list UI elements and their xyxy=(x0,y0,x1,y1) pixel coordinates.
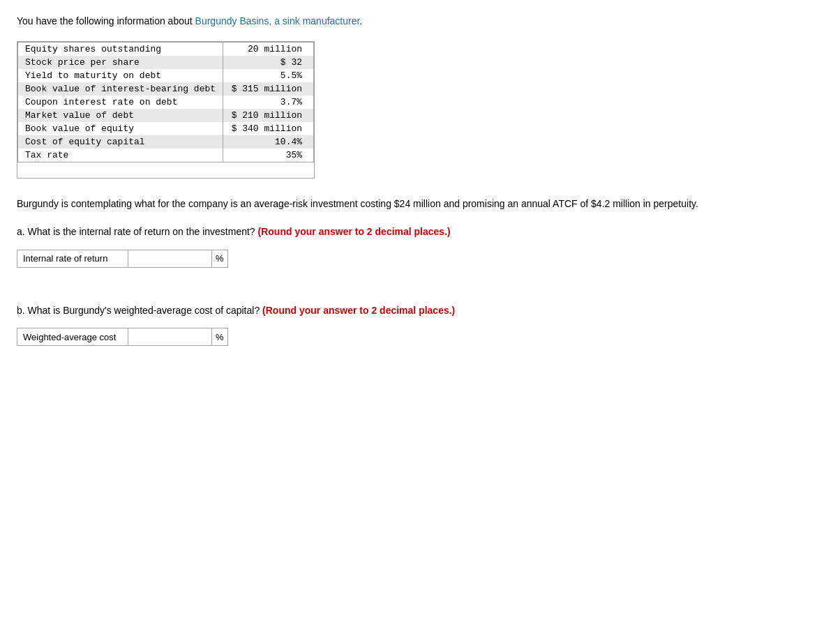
table-row: Book value of equity$ 340 million xyxy=(18,122,314,135)
question-b-highlight: (Round your answer to 2 decimal places.) xyxy=(260,305,455,316)
table-row: Book value of interest-bearing debt$ 315… xyxy=(18,82,314,96)
table-cell-label: Yield to maturity on debt xyxy=(18,69,223,82)
table-cell-value: $ 340 million xyxy=(223,122,314,135)
table-cell-label: Book value of interest-bearing debt xyxy=(18,82,223,96)
intro-text-after: . xyxy=(359,15,362,26)
table-row: Equity shares outstanding20 million xyxy=(18,43,314,56)
table-cell-label: Coupon interest rate on debt xyxy=(18,96,223,109)
question-a-plain: a. What is the internal rate of return o… xyxy=(17,226,255,237)
table-cell-label: Market value of debt xyxy=(18,109,223,122)
question-b-block: b. What is Burgundy's weighted-average c… xyxy=(17,303,823,346)
table-cell-value: 10.4% xyxy=(223,135,314,149)
weighted-average-cost-input[interactable] xyxy=(128,328,212,346)
data-table-wrapper: Equity shares outstanding20 millionStock… xyxy=(17,41,315,179)
table-row: Tax rate35% xyxy=(18,149,314,162)
question-a-text: a. What is the internal rate of return o… xyxy=(17,224,823,239)
question-a-highlight: (Round your answer to 2 decimal places.) xyxy=(255,226,451,237)
weighted-average-cost-label: Weighted-average cost xyxy=(17,328,128,346)
intro-paragraph: You have the following information about… xyxy=(17,14,823,29)
question-b-answer-row: Weighted-average cost % xyxy=(17,328,823,346)
internal-rate-of-return-input[interactable] xyxy=(128,250,212,268)
table-row: Stock price per share$ 32 xyxy=(18,56,314,69)
table-row: Cost of equity capital10.4% xyxy=(18,135,314,149)
question-b-percent-sign: % xyxy=(212,328,228,346)
table-cell-value: $ 32 xyxy=(223,56,314,69)
question-a-percent-sign: % xyxy=(212,250,228,268)
table-cell-value: 5.5% xyxy=(223,69,314,82)
question-a-block: a. What is the internal rate of return o… xyxy=(17,224,823,267)
table-cell-value: $ 210 million xyxy=(223,109,314,122)
table-cell-value: 20 million xyxy=(223,43,314,56)
intro-text-before: You have the following information about xyxy=(17,15,195,26)
table-cell-label: Stock price per share xyxy=(18,56,223,69)
table-row: Coupon interest rate on debt3.7% xyxy=(18,96,314,109)
context-text-content: Burgundy is contemplating what for the c… xyxy=(17,198,698,209)
question-b-text: b. What is Burgundy's weighted-average c… xyxy=(17,303,823,318)
internal-rate-of-return-label: Internal rate of return xyxy=(17,250,128,268)
data-table: Equity shares outstanding20 millionStock… xyxy=(17,42,314,162)
table-cell-label: Equity shares outstanding xyxy=(18,43,223,56)
table-cell-value: $ 315 million xyxy=(223,82,314,96)
question-a-answer-row: Internal rate of return % xyxy=(17,250,823,268)
table-cell-label: Tax rate xyxy=(18,149,223,162)
context-paragraph: Burgundy is contemplating what for the c… xyxy=(17,196,823,211)
table-row: Market value of debt$ 210 million xyxy=(18,109,314,122)
intro-text-highlight: Burgundy Basins, a sink manufacturer xyxy=(195,15,360,26)
context-text: Burgundy is contemplating what for the c… xyxy=(17,196,823,211)
table-cell-label: Book value of equity xyxy=(18,122,223,135)
table-cell-value: 3.7% xyxy=(223,96,314,109)
table-row: Yield to maturity on debt5.5% xyxy=(18,69,314,82)
table-cell-label: Cost of equity capital xyxy=(18,135,223,149)
question-b-plain: b. What is Burgundy's weighted-average c… xyxy=(17,305,260,316)
table-cell-value: 35% xyxy=(223,149,314,162)
